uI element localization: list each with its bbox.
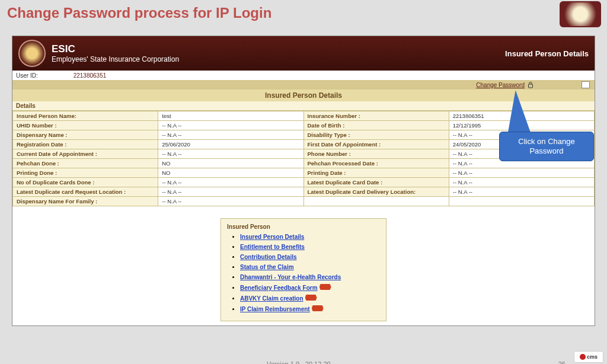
- field-label: First Date Of Appointment :: [304, 140, 449, 149]
- links-list: Insured Person DetailsEntitlement to Ben…: [240, 234, 380, 312]
- field-value: -- N.A --: [158, 130, 304, 140]
- field-value: NO: [158, 159, 304, 168]
- field-value: -- N.A --: [449, 168, 594, 178]
- list-item: Dhanwantri - Your e-Health Records: [240, 274, 380, 280]
- lock-icon: [527, 81, 534, 88]
- list-item: IP Claim Reimbursement: [240, 305, 380, 312]
- print-icon[interactable]: [582, 81, 590, 88]
- nav-link[interactable]: Beneficiary Feedback Form: [240, 285, 318, 291]
- table-row: No of Duplicate Cards Done :-- N.A --Lat…: [13, 178, 595, 187]
- field-label: No of Duplicate Cards Done :: [13, 178, 158, 187]
- field-value: NO: [158, 168, 304, 178]
- esic-logo: [18, 40, 46, 67]
- change-password-label: Change Password: [476, 82, 525, 88]
- list-item: Contribution Details: [240, 254, 380, 260]
- links-panel: Insured Person Insured Person DetailsEnt…: [221, 218, 386, 321]
- callout-pointer: [504, 90, 532, 135]
- field-value: [449, 197, 594, 206]
- svg-rect-0: [529, 84, 533, 88]
- nav-link[interactable]: ABVKY Claim creation: [240, 295, 304, 302]
- field-value: -- N.A --: [449, 178, 594, 187]
- field-label: Latest Duplicate Card Delivery Location:: [304, 187, 449, 197]
- app-title: ESIC: [52, 43, 179, 55]
- userid-bar: User ID: 2213806351: [12, 71, 595, 80]
- field-label: Pehchan Done :: [13, 159, 158, 168]
- field-label: Dispensary Name :: [13, 130, 158, 140]
- list-item: Beneficiary Feedback Form: [240, 284, 380, 291]
- nav-link[interactable]: Entitlement to Benefits: [240, 244, 305, 250]
- field-label: [304, 197, 449, 206]
- userid-label: User ID:: [16, 72, 38, 79]
- field-label: Current Date of Appointment :: [13, 149, 158, 159]
- list-item: ABVKY Claim creation: [240, 295, 380, 302]
- field-value: -- N.A --: [158, 197, 304, 206]
- field-label: Date of Birth :: [304, 121, 449, 130]
- field-value: -- N.A --: [158, 121, 304, 130]
- slide-title: Change Password process for IP Login: [0, 0, 607, 26]
- field-label: Registration Date :: [13, 140, 158, 149]
- table-row: Latest Duplicate card Request Location :…: [13, 187, 595, 197]
- links-title: Insured Person: [227, 223, 380, 230]
- esic-emblem-top: [560, 1, 601, 27]
- page-number: 26: [558, 360, 566, 364]
- field-value: -- N.A --: [158, 149, 304, 159]
- change-password-link[interactable]: Change Password: [476, 81, 534, 88]
- table-row: Dispensary Name For Family :-- N.A --: [13, 197, 595, 206]
- field-label: Insurance Number :: [304, 111, 449, 121]
- version-text: Version 1.0 - 20.12.20: [267, 360, 331, 364]
- field-label: Disability Type :: [304, 130, 449, 140]
- new-badge-icon: [320, 284, 331, 290]
- cms-logo: cms: [574, 351, 603, 363]
- app-subtitle: Employees' State Insurance Corporation: [52, 55, 179, 63]
- callout: Click on Change Password: [499, 132, 594, 161]
- field-value: test: [158, 111, 304, 121]
- list-item: Status of the Claim: [240, 264, 380, 270]
- app-screenshot: ESIC Employees' State Insurance Corporat…: [12, 36, 595, 326]
- field-label: Printing Done :: [13, 168, 158, 178]
- field-label: Dispensary Name For Family :: [13, 197, 158, 206]
- field-label: Pehchan Processed Date :: [304, 159, 449, 168]
- app-header: ESIC Employees' State Insurance Corporat…: [12, 36, 595, 71]
- field-label: Printing Date :: [304, 168, 449, 178]
- nav-link[interactable]: Dhanwantri - Your e-Health Records: [240, 274, 341, 280]
- field-label: Insured Person Name:: [13, 111, 158, 121]
- nav-link[interactable]: Insured Person Details: [240, 234, 304, 240]
- field-label: Phone Number :: [304, 149, 449, 159]
- userid-value: 2213806351: [74, 72, 107, 79]
- field-value: 25/06/2020: [158, 140, 304, 149]
- list-item: Entitlement to Benefits: [240, 244, 380, 250]
- new-badge-icon: [312, 305, 324, 311]
- new-badge-icon: [305, 295, 317, 301]
- field-value: -- N.A --: [158, 178, 304, 187]
- nav-link[interactable]: Contribution Details: [240, 254, 297, 260]
- field-label: Latest Duplicate Card Date :: [304, 178, 449, 187]
- nav-link[interactable]: IP Claim Reimbursement: [240, 306, 310, 312]
- list-item: Insured Person Details: [240, 234, 380, 240]
- action-bar: Change Password: [12, 80, 595, 90]
- field-label: UHID Number :: [13, 121, 158, 130]
- field-label: Latest Duplicate card Request Location :: [13, 187, 158, 197]
- page-heading: Insured Person Details: [505, 49, 589, 58]
- field-value: -- N.A --: [449, 187, 594, 197]
- table-row: Printing Done :NOPrinting Date :-- N.A -…: [13, 168, 595, 178]
- nav-link[interactable]: Status of the Claim: [240, 264, 294, 270]
- field-value: -- N.A --: [158, 187, 304, 197]
